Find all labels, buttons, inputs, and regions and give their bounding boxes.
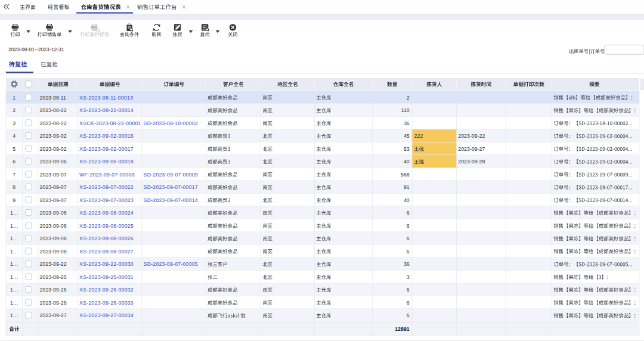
svg-text:1…: 1…: [10, 312, 18, 318]
svg-text:2023-09-07: 2023-09-07: [40, 184, 67, 190]
svg-text:2023-09-02: 2023-09-02: [40, 133, 67, 139]
svg-text:XS-2023-09-25-00031: XS-2023-09-25-00031: [79, 274, 134, 280]
svg-text:91: 91: [404, 184, 410, 190]
svg-text:2023-09-02: 2023-09-02: [40, 146, 67, 152]
svg-text:XS-2023-09-08-00027: XS-2023-09-08-00027: [79, 249, 134, 255]
svg-text:XS-2023-09-27-00034: XS-2023-09-27-00034: [79, 312, 134, 318]
svg-text:2023-09-07: 2023-09-07: [40, 172, 67, 178]
svg-text:6: 6: [407, 312, 410, 318]
svg-text:36: 36: [404, 261, 410, 267]
svg-text:2: 2: [407, 95, 410, 101]
svg-text:6: 6: [407, 235, 410, 241]
svg-text:6: 6: [407, 210, 410, 216]
svg-text:7: 7: [13, 172, 16, 178]
svg-text:2023-09-08: 2023-09-08: [40, 249, 67, 255]
svg-text:53: 53: [404, 146, 410, 152]
svg-text:2023-09-26: 2023-09-26: [40, 287, 67, 293]
svg-text:3: 3: [407, 274, 410, 280]
svg-text:45: 45: [404, 133, 410, 139]
svg-text:6: 6: [13, 159, 16, 165]
svg-text:6: 6: [407, 287, 410, 293]
svg-text:SD-2023-09-07-00014: SD-2023-09-07-00014: [144, 197, 198, 203]
svg-text:9: 9: [13, 197, 16, 203]
svg-text:1…: 1…: [10, 235, 18, 241]
svg-text:1: 1: [13, 95, 16, 101]
svg-text:XS-2023-09-22-00030: XS-2023-09-22-00030: [79, 261, 134, 267]
svg-text:XS-2023-09-07-00022: XS-2023-09-07-00022: [79, 184, 134, 190]
svg-text:2023-08-11: 2023-08-11: [40, 95, 66, 101]
svg-text:1…: 1…: [10, 274, 18, 280]
svg-text:1…: 1…: [10, 223, 18, 229]
svg-text:SD-2023-09-07-00017: SD-2023-09-07-00017: [144, 184, 198, 190]
svg-text:2: 2: [13, 107, 16, 113]
svg-text:2023-09-27: 2023-09-27: [40, 312, 67, 318]
svg-text:1…: 1…: [10, 249, 18, 255]
svg-text:XSCK-2023-08-22-00001: XSCK-2023-08-22-00001: [79, 120, 141, 126]
svg-text:XS-2023-08-11-00013: XS-2023-08-11-00013: [79, 95, 133, 101]
svg-text:XS-2023-09-06-00018: XS-2023-09-06-00018: [79, 159, 134, 165]
svg-text:2023-09-06: 2023-09-06: [40, 159, 67, 165]
svg-text:2023-09-08: 2023-09-08: [40, 223, 67, 229]
svg-text:XS-2023-09-02-00017: XS-2023-09-02-00017: [79, 146, 134, 152]
svg-text:XS-2023-09-08-00024: XS-2023-09-08-00024: [79, 210, 134, 216]
svg-text:2023-09-08: 2023-09-08: [40, 235, 67, 241]
svg-text:40: 40: [404, 159, 410, 165]
svg-text:12891: 12891: [395, 326, 410, 332]
svg-text:WF-2023-09-07-00003: WF-2023-09-07-00003: [79, 172, 135, 178]
svg-text:5: 5: [13, 146, 16, 152]
svg-text:2023-08-22: 2023-08-22: [40, 120, 67, 126]
svg-text:2023-09-25: 2023-09-25: [40, 274, 67, 280]
svg-text:XS-2023-08-22-00014: XS-2023-08-22-00014: [79, 107, 134, 113]
svg-text:XS-2023-09-02-00016: XS-2023-09-02-00016: [79, 133, 134, 139]
svg-text:4: 4: [13, 133, 16, 139]
svg-text:XS-2023-09-26-00033: XS-2023-09-26-00033: [79, 300, 134, 306]
svg-text:1…: 1…: [10, 210, 18, 216]
svg-text:XS-2023-09-07-00023: XS-2023-09-07-00023: [79, 197, 134, 203]
svg-text:2023-09-08: 2023-09-08: [40, 210, 67, 216]
svg-text:2023-09-28: 2023-09-28: [458, 159, 485, 165]
svg-text:XS-2023-09-26-00032: XS-2023-09-26-00032: [79, 287, 134, 293]
svg-text:6: 6: [407, 300, 410, 306]
svg-text:2023-09-26: 2023-09-26: [40, 300, 67, 306]
svg-text:6: 6: [407, 223, 410, 229]
svg-text:1…: 1…: [10, 287, 18, 293]
svg-text:2023-09-22: 2023-09-22: [40, 261, 67, 267]
svg-text:2023-09-22: 2023-09-22: [458, 133, 485, 139]
svg-text:568: 568: [401, 172, 410, 178]
svg-text:XS-2023-09-08-00025: XS-2023-09-08-00025: [79, 223, 134, 229]
svg-text:1…: 1…: [10, 261, 18, 267]
svg-text:40: 40: [404, 197, 410, 203]
svg-text:6: 6: [407, 249, 410, 255]
svg-text:110: 110: [401, 107, 410, 113]
svg-text:2023-09-07: 2023-09-07: [40, 197, 67, 203]
svg-text:1…: 1…: [10, 300, 18, 306]
svg-text:3: 3: [13, 120, 16, 126]
svg-text:222: 222: [414, 133, 423, 139]
svg-text:2023-08-22: 2023-08-22: [40, 107, 67, 113]
svg-text:SD-2023-09-07-00005: SD-2023-09-07-00005: [144, 261, 198, 267]
svg-text:2023-09-27: 2023-09-27: [458, 146, 485, 152]
svg-text:8: 8: [13, 184, 16, 190]
svg-text:XS-2023-09-08-00026: XS-2023-09-08-00026: [79, 235, 134, 241]
svg-text:SD-2023-09-07-00009: SD-2023-09-07-00009: [144, 172, 198, 178]
svg-text:SD-2023-08-10-00002: SD-2023-08-10-00002: [144, 120, 198, 126]
svg-text:36: 36: [404, 120, 410, 126]
svg-text:2023-08-01--2023-12-31: 2023-08-01--2023-12-31: [8, 46, 64, 52]
